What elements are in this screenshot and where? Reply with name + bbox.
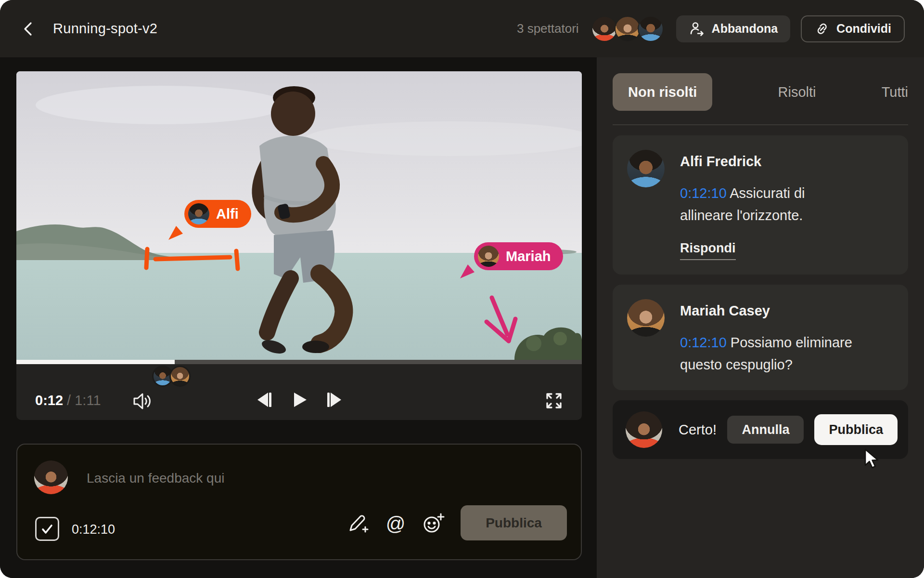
- leave-button[interactable]: Abbandona: [676, 15, 791, 42]
- leave-icon: [689, 21, 705, 37]
- player-panel: Alfi Mariah 0:12 / 1:: [0, 57, 597, 578]
- play-button[interactable]: [289, 390, 310, 410]
- volume-button[interactable]: [131, 391, 154, 412]
- mariah-pill-label: Mariah: [506, 249, 551, 264]
- tab-non-risolti[interactable]: Non risolti: [613, 73, 712, 111]
- composer-timestamp: 0:12:10: [72, 522, 115, 537]
- play-icon: [290, 391, 308, 409]
- window-frame: Running-spot-v2 3 spettatori Abbandona: [0, 0, 924, 578]
- comment-text-line1: Assicurati di: [730, 185, 805, 201]
- speaker-icon: [132, 392, 153, 411]
- comment-card-mariah[interactable]: Mariah Casey 0:12:10 Possiamo eliminare …: [613, 285, 908, 390]
- timestamp-checkbox[interactable]: [35, 517, 59, 541]
- reply-author-avatar: [626, 411, 662, 448]
- composer-publish-button[interactable]: Pubblica: [461, 505, 567, 540]
- topbar: Running-spot-v2 3 spettatori Abbandona: [0, 0, 924, 57]
- draw-icon: [346, 512, 369, 535]
- share-button[interactable]: Condividi: [801, 15, 905, 42]
- progress-fill: [16, 360, 175, 364]
- reply-draft-text[interactable]: Certo!: [679, 422, 717, 438]
- alfi-cursor-icon: [167, 224, 184, 241]
- comment-filter-tabs: Non risolti Risolti Tutti: [613, 73, 908, 111]
- comment-card-alfi[interactable]: Alfi Fredrick 0:12:10 Assicurati di alli…: [613, 135, 908, 275]
- alfi-annotation-pill[interactable]: Alfi: [184, 200, 251, 228]
- viewer-avatar-1[interactable]: [591, 16, 617, 42]
- mention-icon: @: [386, 513, 406, 535]
- tabs-divider: [613, 124, 908, 125]
- link-icon: [814, 21, 830, 37]
- comment-text-line2: questo cespuglio?: [680, 357, 793, 372]
- mariah-comment-avatar: [627, 299, 665, 337]
- alfi-avatar: [188, 203, 209, 224]
- tab-risolti[interactable]: Risolti: [778, 84, 816, 100]
- timeline-comment-markers: [152, 366, 191, 387]
- reply-publish-button[interactable]: Pubblica: [814, 414, 898, 445]
- mariah-avatar: [478, 246, 499, 267]
- comment-author: Alfi Fredrick: [680, 154, 894, 170]
- viewer-avatar-3[interactable]: [638, 16, 664, 42]
- comment-text-line1: Possiamo eliminare: [731, 335, 852, 350]
- tab-tutti[interactable]: Tutti: [882, 84, 908, 100]
- share-label: Condividi: [836, 22, 891, 36]
- time-display: 0:12 / 1:11: [35, 393, 101, 408]
- fullscreen-button[interactable]: [543, 391, 565, 411]
- reply-draft-row: Certo! Annulla Pubblica: [613, 400, 908, 459]
- comment-timestamp-link[interactable]: 0:12:10: [680, 185, 727, 201]
- reply-button[interactable]: Rispondi: [680, 241, 736, 260]
- current-user-avatar: [34, 460, 68, 494]
- feedback-composer: 0:12:10 @ Pubblica: [16, 444, 582, 560]
- playback-cluster: [253, 390, 346, 410]
- current-time: 0:12: [35, 393, 63, 408]
- prev-frame-icon: [254, 391, 273, 409]
- seek-bar[interactable]: [16, 360, 582, 364]
- video-stage[interactable]: Alfi Mariah: [16, 71, 582, 360]
- mariah-cursor-icon: [459, 263, 475, 279]
- topbar-left: Running-spot-v2: [17, 17, 157, 40]
- viewer-avatar-2[interactable]: [615, 16, 641, 42]
- comment-author: Mariah Casey: [680, 303, 894, 319]
- emoji-icon: [421, 512, 445, 536]
- emoji-button[interactable]: [419, 509, 448, 538]
- comments-sidebar: Non risolti Risolti Tutti Alfi Fredrick …: [597, 57, 924, 578]
- alfi-comment-avatar: [627, 150, 665, 187]
- prev-frame-button[interactable]: [253, 390, 274, 410]
- check-icon: [40, 522, 54, 536]
- alfi-pill-label: Alfi: [216, 206, 239, 222]
- next-frame-button[interactable]: [324, 390, 346, 410]
- viewer-avatar-stack: [591, 16, 664, 42]
- player-controls: 0:12 / 1:11: [16, 360, 582, 420]
- topbar-right: 3 spettatori Abbandona: [517, 15, 905, 42]
- duration: / 1:11: [67, 393, 101, 408]
- reply-cancel-button[interactable]: Annulla: [727, 416, 804, 444]
- feedback-input[interactable]: [86, 469, 394, 488]
- comment-body: 0:12:10 Possiamo eliminare questo cespug…: [680, 331, 894, 376]
- draw-tool-button[interactable]: [343, 509, 372, 538]
- page-title: Running-spot-v2: [53, 21, 157, 37]
- fullscreen-icon: [544, 391, 564, 410]
- comment-timestamp-link[interactable]: 0:12:10: [680, 335, 727, 350]
- video-frame-image: [16, 71, 582, 360]
- replay-app: Running-spot-v2 3 spettatori Abbandona: [0, 0, 924, 578]
- leave-label: Abbandona: [712, 22, 778, 36]
- back-button[interactable]: [17, 17, 40, 40]
- comment-body: 0:12:10 Assicurati di allineare l'orizzo…: [680, 182, 894, 226]
- mariah-annotation-pill[interactable]: Mariah: [474, 242, 563, 270]
- chevron-left-icon: [21, 21, 37, 37]
- mariah-timeline-marker[interactable]: [169, 366, 191, 387]
- mention-button[interactable]: @: [381, 509, 410, 538]
- comment-text-line2: allineare l'orizzonte.: [680, 208, 803, 223]
- next-frame-icon: [325, 391, 345, 409]
- viewers-count: 3 spettatori: [517, 21, 579, 36]
